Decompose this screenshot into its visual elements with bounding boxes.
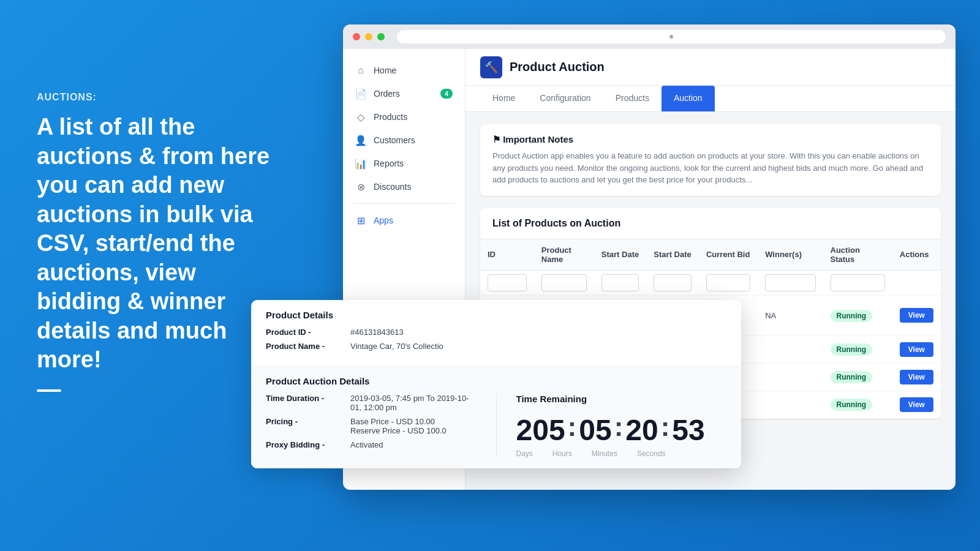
- auction-details-section: Product Auction Details Time Duration - …: [251, 366, 741, 468]
- pricing-reserve: Reserve Price - USD 100.0: [350, 426, 447, 435]
- sidebar-item-home[interactable]: ⌂ Home: [343, 59, 465, 82]
- auction-details-content: Time Duration - 2019-03-05, 7:45 pm To 2…: [266, 394, 726, 458]
- view-button-4[interactable]: View: [900, 397, 933, 412]
- filter-status: [823, 270, 892, 295]
- filter-winner: [758, 270, 823, 295]
- app-header-title: Product Auction: [510, 60, 605, 74]
- tab-home[interactable]: Home: [480, 86, 527, 111]
- sidebar-item-apps[interactable]: ⊞ Apps: [343, 209, 465, 232]
- timer-sep3: :: [661, 411, 670, 447]
- sidebar-item-apps-label: Apps: [374, 216, 393, 225]
- timer-hours: 05: [579, 413, 611, 447]
- time-duration-label: Time Duration -: [266, 394, 345, 412]
- status-badge: Running: [831, 343, 873, 356]
- info-box-title: ⚑ Important Notes: [492, 134, 929, 145]
- filter-status-input[interactable]: [831, 274, 885, 291]
- filter-start: [594, 270, 647, 295]
- product-name-value: Vintage Car, 70's Collectio: [350, 342, 443, 351]
- pricing-base: Base Price - USD 10.00: [350, 417, 435, 426]
- filter-start-input[interactable]: [601, 274, 639, 291]
- product-name-row: Product Name - Vintage Car, 70's Collect…: [266, 342, 726, 351]
- left-subtitle: AUCTIONS:: [37, 92, 282, 103]
- row-action: View: [892, 363, 941, 391]
- orders-badge: 4: [440, 89, 453, 99]
- timer-section: Time Remaining 205 : 05 : 20 : 53: [496, 394, 727, 458]
- view-button-3[interactable]: View: [900, 370, 933, 384]
- timer-labels-row: Days Hours Minutes Seconds: [516, 449, 727, 458]
- home-icon: ⌂: [355, 65, 366, 76]
- customers-icon: 👤: [355, 135, 366, 146]
- timer-display: 205 : 05 : 20 : 53: [516, 411, 727, 447]
- sidebar-item-discounts[interactable]: ⊗ Discounts: [343, 175, 465, 198]
- auction-details-title: Product Auction Details: [266, 376, 726, 386]
- row-action: View: [892, 391, 941, 418]
- products-icon: ◇: [355, 111, 366, 122]
- product-id-label: Product ID -: [266, 328, 345, 337]
- filter-product: [534, 270, 594, 295]
- col-product-name: Product Name: [534, 239, 594, 271]
- close-button[interactable]: [353, 33, 360, 40]
- sidebar-item-products[interactable]: ◇ Products: [343, 105, 465, 129]
- tab-products[interactable]: Products: [603, 86, 662, 111]
- product-detail-card: Product Details Product ID - #4613184361…: [251, 300, 741, 468]
- pricing-values: Base Price - USD 10.00 Reserve Price - U…: [350, 417, 447, 435]
- nav-tabs: Home Configuration Products Auction: [466, 86, 956, 112]
- address-bar[interactable]: [397, 30, 946, 43]
- filter-winner-input[interactable]: [765, 274, 815, 291]
- filter-bid-input[interactable]: [706, 274, 750, 291]
- filter-id: [480, 270, 534, 295]
- minimize-button[interactable]: [365, 33, 372, 40]
- col-winners: Winner(s): [758, 239, 823, 271]
- timer-hours-label: Hours: [552, 449, 572, 458]
- timer-seconds-num: 53: [672, 413, 704, 447]
- product-name-label: Product Name -: [266, 342, 345, 351]
- discounts-icon: ⊗: [355, 181, 366, 192]
- filter-row: [480, 270, 941, 295]
- row-action: View: [892, 295, 941, 335]
- filter-product-input[interactable]: [541, 274, 587, 291]
- time-duration-row: Time Duration - 2019-03-05, 7:45 pm To 2…: [266, 394, 477, 412]
- sidebar-item-orders[interactable]: 📄 Orders 4: [343, 82, 465, 105]
- status-badge: Running: [831, 371, 873, 383]
- view-button-2[interactable]: View: [900, 342, 933, 357]
- tab-configuration[interactable]: Configuration: [527, 86, 603, 111]
- row-winners: NA: [758, 295, 823, 335]
- row-winners: [758, 335, 823, 363]
- proxy-bidding-row: Proxy Bidding - Activated: [266, 440, 477, 449]
- orders-icon: 📄: [355, 88, 366, 99]
- filter-end-input[interactable]: [654, 274, 692, 291]
- col-start-date: Start Date: [594, 239, 647, 271]
- view-button-1[interactable]: View: [900, 308, 933, 323]
- timer-days: 205: [516, 413, 565, 447]
- pricing-row: Pricing - Base Price - USD 10.00 Reserve…: [266, 417, 477, 435]
- row-status: Running: [823, 363, 892, 391]
- auction-details-left: Time Duration - 2019-03-05, 7:45 pm To 2…: [266, 394, 477, 458]
- col-current-bid: Current Bid: [699, 239, 758, 271]
- timer-seconds-label: Seconds: [637, 449, 666, 458]
- row-action: View: [892, 335, 941, 363]
- left-panel: AUCTIONS: A list of all the auctions & f…: [37, 92, 282, 392]
- col-auction-status: Auction Status: [823, 239, 892, 271]
- filter-bid: [699, 270, 758, 295]
- reports-icon: 📊: [355, 158, 366, 169]
- status-badge: Running: [831, 399, 873, 411]
- maximize-button[interactable]: [377, 33, 385, 40]
- info-box: ⚑ Important Notes Product Auction app en…: [480, 124, 941, 196]
- sidebar-item-reports[interactable]: 📊 Reports: [343, 152, 465, 175]
- left-divider: [37, 389, 61, 392]
- product-id-row: Product ID - #46131843613: [266, 328, 726, 337]
- timer-minutes: 20: [625, 413, 658, 447]
- sidebar-item-discounts-label: Discounts: [374, 182, 411, 192]
- app-header-icon: 🔨: [480, 56, 502, 78]
- timer-minutes-num: 20: [625, 413, 658, 447]
- browser-topbar: [343, 24, 956, 49]
- sidebar-item-customers[interactable]: 👤 Customers: [343, 129, 465, 152]
- proxy-value: Activated: [350, 440, 383, 449]
- tab-auction[interactable]: Auction: [662, 86, 715, 111]
- left-main-text: A list of all the auctions & from here y…: [37, 113, 282, 375]
- timer-title: Time Remaining: [516, 394, 727, 404]
- filter-id-input[interactable]: [488, 274, 527, 291]
- sidebar-item-orders-label: Orders: [374, 89, 400, 99]
- col-actions: Actions: [892, 239, 941, 271]
- sidebar-divider: [353, 203, 455, 204]
